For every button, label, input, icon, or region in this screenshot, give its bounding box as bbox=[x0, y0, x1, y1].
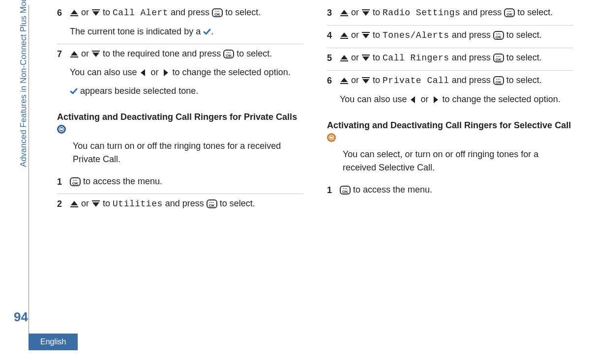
text: and press bbox=[168, 7, 212, 17]
arrow-down-icon bbox=[361, 54, 370, 62]
arrow-right-icon bbox=[431, 95, 440, 104]
step-number: 4 bbox=[327, 28, 340, 45]
arrow-left-icon bbox=[139, 68, 148, 77]
text: appears beside selected tone. bbox=[78, 86, 198, 96]
text: to select. bbox=[504, 75, 542, 85]
side-rule bbox=[29, 5, 29, 335]
menu-option: Call Ringers bbox=[383, 53, 449, 63]
feature-badge-icon bbox=[57, 125, 66, 134]
check-icon bbox=[203, 28, 211, 36]
arrow-up-icon bbox=[340, 31, 349, 40]
section-tab: Advanced Features in Non-Connect Plus Mo… bbox=[19, 0, 29, 167]
text: or bbox=[349, 75, 361, 85]
check-icon bbox=[70, 87, 78, 95]
text: or bbox=[79, 49, 91, 58]
text: to access the menu. bbox=[81, 176, 162, 186]
step-number: 6 bbox=[57, 6, 70, 41]
text: to bbox=[100, 7, 113, 17]
text: to select. bbox=[515, 7, 553, 17]
arrow-left-icon bbox=[409, 95, 418, 104]
arrow-down-icon bbox=[91, 8, 100, 17]
text: and press bbox=[449, 53, 493, 62]
step-3: 3 or to Radio Settings and press ▪▪▪OK t… bbox=[327, 3, 573, 26]
heading-text: Activating and Deactivating Call Ringers… bbox=[57, 112, 297, 122]
text: to the required tone and press bbox=[100, 49, 223, 58]
text: or bbox=[349, 53, 361, 62]
arrow-up-icon bbox=[340, 8, 349, 17]
text: to bbox=[370, 75, 383, 85]
manual-page: Advanced Features in Non-Connect Plus Mo… bbox=[0, 0, 593, 364]
arrow-right-icon bbox=[161, 68, 170, 77]
ok-button-icon: ▪▪▪OK bbox=[493, 31, 504, 40]
text: to change the selected option. bbox=[170, 67, 290, 77]
section-heading: Activating and Deactivating Call Ringers… bbox=[57, 112, 303, 135]
step-7: 7 or to the required tone and press ▪▪▪O… bbox=[57, 44, 303, 103]
ok-button-icon: ▪▪▪OK bbox=[212, 8, 223, 17]
step-number: 2 bbox=[57, 197, 70, 213]
menu-option: Radio Settings bbox=[383, 8, 460, 18]
step-6: 6 or to Private Call and press ▪▪▪OK to … bbox=[327, 71, 573, 112]
arrow-up-icon bbox=[70, 199, 79, 208]
text: and press bbox=[163, 198, 207, 208]
heading-text: Activating and Deactivating Call Ringers… bbox=[327, 120, 571, 130]
text: to select. bbox=[223, 7, 261, 17]
step-number: 3 bbox=[327, 6, 340, 22]
menu-option: Tones/Alerts bbox=[383, 30, 449, 40]
ok-button-icon: ▪▪▪OK bbox=[207, 199, 217, 208]
step-number: 5 bbox=[327, 51, 340, 67]
text: . bbox=[211, 27, 213, 36]
ok-button-icon: ▪▪▪OK bbox=[70, 177, 81, 186]
text: to bbox=[100, 198, 113, 208]
step-number: 1 bbox=[327, 183, 340, 199]
arrow-down-icon bbox=[361, 8, 370, 17]
text: and press bbox=[449, 75, 493, 85]
text: to bbox=[370, 53, 383, 62]
arrow-down-icon bbox=[91, 50, 100, 58]
text: or bbox=[349, 7, 361, 17]
menu-option: Private Call bbox=[383, 76, 449, 85]
text: and press bbox=[460, 7, 504, 17]
arrow-down-icon bbox=[91, 199, 100, 208]
text: You can also use bbox=[70, 67, 139, 77]
menu-option: Call Alert bbox=[113, 8, 168, 18]
ok-button-icon: ▪▪▪OK bbox=[504, 8, 515, 17]
text: to select. bbox=[217, 198, 255, 208]
ok-button-icon: ▪▪▪OK bbox=[493, 54, 504, 62]
ok-button-icon: ▪▪▪OK bbox=[340, 186, 351, 195]
arrow-up-icon bbox=[70, 50, 79, 58]
language-tab: English bbox=[29, 334, 78, 350]
selective-call-step-1: 1 ▪▪▪OK to access the menu. bbox=[327, 180, 573, 202]
intro-text: You can turn on or off the ringing tones… bbox=[73, 140, 303, 166]
arrow-down-icon bbox=[361, 76, 370, 85]
private-call-step-1: 1 ▪▪▪OK to access the menu. bbox=[57, 172, 303, 194]
text: or bbox=[79, 198, 91, 208]
arrow-up-icon bbox=[70, 8, 79, 17]
arrow-up-icon bbox=[340, 54, 349, 62]
feature-badge-icon bbox=[327, 133, 336, 142]
text: or bbox=[79, 7, 91, 17]
text: or bbox=[148, 67, 161, 77]
intro-text: You can select, or turn on or off ringin… bbox=[343, 148, 573, 174]
private-call-step-2: 2 or to Utilities and press ▪▪▪OK to sel… bbox=[57, 194, 303, 216]
step-number: 1 bbox=[57, 175, 70, 191]
text: to access the menu. bbox=[351, 185, 432, 195]
ok-button-icon: ▪▪▪OK bbox=[493, 76, 504, 85]
right-column: 3 or to Radio Settings and press ▪▪▪OK t… bbox=[327, 3, 573, 216]
arrow-down-icon bbox=[361, 31, 370, 40]
step-5: 5 or to Call Ringers and press ▪▪▪OK to … bbox=[327, 48, 573, 71]
text: or bbox=[349, 30, 361, 40]
arrow-up-icon bbox=[340, 76, 349, 85]
text: The current tone is indicated by a bbox=[70, 27, 203, 36]
section-heading: Activating and Deactivating Call Ringers… bbox=[327, 120, 573, 143]
step-4: 4 or to Tones/Alerts and press ▪▪▪OK to … bbox=[327, 26, 573, 48]
text: You can also use bbox=[340, 94, 409, 104]
text: to select. bbox=[234, 49, 272, 58]
text: to select. bbox=[504, 30, 542, 40]
text: to bbox=[370, 30, 383, 40]
text: to bbox=[370, 7, 383, 17]
text: to select. bbox=[504, 53, 542, 62]
page-number: 94 bbox=[14, 309, 28, 325]
left-column: 6 or to Call Alert and press ▪▪▪OK to se… bbox=[57, 3, 303, 216]
menu-option: Utilities bbox=[113, 199, 163, 209]
ok-button-icon: ▪▪▪OK bbox=[223, 50, 234, 58]
